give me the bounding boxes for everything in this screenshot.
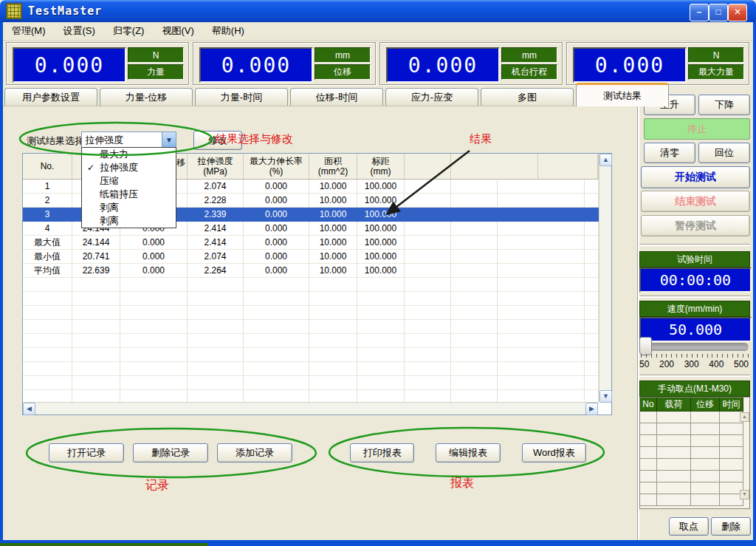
maximize-button[interactable]: □ [709,4,728,21]
scroll-down-icon[interactable]: ▼ [599,390,612,403]
display-label: 位移 [315,64,371,80]
manual-points-column: 位移 [691,397,720,412]
display-unit: mm [501,47,557,63]
display-value: 0.000 [13,47,126,83]
display-unit: mm [315,47,371,63]
chevron-down-icon[interactable]: ▼ [162,132,176,148]
display-panel: 0.000 N 最大力量 [566,42,749,85]
speed-display: 50.000 [639,317,752,342]
display-panel: 0.000 mm 位移 [193,42,376,85]
display-label: 最大力量 [688,64,744,80]
annotation-records: 记录 [145,478,169,494]
tab[interactable]: 用户参数设置 [4,88,97,106]
menu-item[interactable]: 帮助(H) [203,22,253,40]
result-select-label: 测试结果选择 [27,134,84,148]
window-title: TestMaster [28,4,102,18]
close-button[interactable]: ✕ [728,4,747,21]
result-dropdown-list: 最大力 ✓ 拉伸强度 压缩 纸箱持压 剥离 剥离 [81,147,176,228]
speed-slider-thumb[interactable] [639,337,652,355]
tab[interactable]: 力量-时间 [195,88,288,106]
tick-label: 300 [684,359,699,369]
display-panel: 0.000 N 力量 [6,42,189,85]
window-border-left [0,22,3,543]
table-row[interactable]: 平均值 22.639 0.000 2.264 0.000 10.000 100.… [23,264,599,278]
record-button[interactable]: 添加记录 [217,443,292,463]
tab[interactable]: 应力-应变 [385,88,478,106]
scroll-up-icon[interactable]: ▲ [599,154,612,166]
speed-header: 速度(mm/min) [639,301,750,317]
horizontal-scrollbar[interactable]: ◀ ▶ [23,402,598,414]
table-row[interactable]: 最大值 24.144 0.000 2.414 0.000 10.000 100.… [23,236,599,250]
combo-value: 拉伸强度 [82,134,162,147]
table-header-cell: 拉伸强度(MPa) [188,154,244,179]
tab[interactable]: 测试结果 [576,83,669,106]
record-buttons-group: 打开记录 删除记录 添加记录 [49,443,292,463]
manual-points-header: 手动取点(M1-M30) [639,381,750,397]
speed-slider-track[interactable] [642,343,749,351]
record-button[interactable]: 删除记录 [133,443,208,463]
tab[interactable]: 力量-位移 [100,88,193,106]
groove-divider [639,244,750,246]
stop-button[interactable]: 停止 [644,118,750,140]
pause-test-button[interactable]: 暂停测试 [641,215,750,236]
clear-button[interactable]: 清零 [644,143,695,163]
scroll-left-icon[interactable]: ◀ [23,403,35,415]
menu-item[interactable]: 归零(Z) [104,22,154,40]
tab-underline [3,106,635,106]
annotation-result: 结果 [470,132,492,146]
delete-point-button[interactable]: 删除 [711,517,751,536]
dropdown-option[interactable]: ✓ 拉伸强度 [82,161,176,174]
end-test-button[interactable]: 结束测试 [641,191,750,212]
table-header-cell: No. [23,154,72,179]
manual-points-column: 载荷 [657,397,691,412]
dropdown-option[interactable]: 剥离 [82,201,176,214]
menu-item[interactable]: 设置(S) [55,22,104,40]
manual-points-column: 时间 [720,397,743,412]
display-unit: N [688,47,744,63]
result-select-combo[interactable]: 拉伸强度 ▼ [81,132,176,149]
titlebar: TestMaster [0,0,756,22]
annotation-reports: 报表 [450,476,474,491]
hidden-header-peek: 移 [176,157,185,169]
scroll-right-icon[interactable]: ▶ [585,403,598,415]
display-label: 力量 [128,64,184,80]
manual-points-table[interactable]: No 载荷 位移 时间 ▲ ▼ [639,397,750,509]
test-time-header: 试验时间 [639,251,750,267]
dropdown-option[interactable]: 最大力 [82,148,176,161]
menubar: 管理(M) 设置(S) 归零(Z) 视图(V) 帮助(H) [3,22,753,41]
menu-item[interactable]: 视图(V) [153,22,202,40]
display-value: 0.000 [573,47,687,83]
tick-label: 400 [709,359,724,369]
scroll-up-icon[interactable]: ▲ [740,412,749,422]
test-time-display: 00:00:00 [639,267,752,293]
tab[interactable]: 位移-时间 [290,88,383,106]
table-row[interactable]: 最小值 20.741 0.000 2.074 0.000 10.000 100.… [23,250,599,264]
annotation-select-modify: 结果选择与修改 [216,132,293,146]
tick-label: 50 [639,359,649,369]
tab-bar: 用户参数设置 力量-位移 力量-时间 位移-时间 应力-应变 多图 测试结果 [4,87,671,106]
menu-item[interactable]: 管理(M) [3,22,55,40]
start-test-button[interactable]: 开始测试 [641,166,750,188]
scroll-down-icon[interactable]: ▼ [740,490,749,499]
report-button[interactable]: 打印报表 [350,443,414,463]
tab[interactable]: 多图 [481,88,574,106]
close-icon: ✕ [734,7,741,17]
manual-points-header-row: No 载荷 位移 时间 [640,397,749,412]
vertical-scrollbar[interactable]: ▲ ▼ [599,154,611,402]
tick-label: 500 [734,359,749,369]
return-button[interactable]: 回位 [698,143,750,163]
record-button[interactable]: 打开记录 [49,443,124,463]
minimize-button[interactable]: – [690,4,709,21]
take-point-button[interactable]: 取点 [669,517,709,536]
dropdown-option[interactable]: 剥离 [82,214,176,228]
down-button[interactable]: 下降 [698,95,750,115]
tick-label: 200 [659,359,674,369]
table-empty-rows [23,278,611,404]
window-border-right [753,22,756,543]
report-button[interactable]: Word报表 [522,443,586,463]
dropdown-option[interactable]: 纸箱持压 [82,188,176,201]
dropdown-option[interactable]: 压缩 [82,174,176,188]
report-button[interactable]: 编辑报表 [436,443,500,463]
display-value: 0.000 [199,47,313,83]
table-header-cell: 标距(mm) [357,154,405,179]
